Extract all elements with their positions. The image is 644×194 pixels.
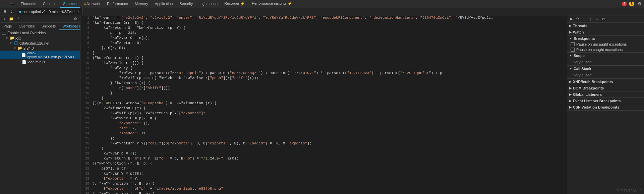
tree-item-file1[interactable]: 📄 core-optimi.v2.24.0.min.js%3Fv=1 bbox=[0, 51, 80, 59]
file-tab-active[interactable]: core-optimi.v2...0.min.js%3Fv=1 × bbox=[16, 8, 83, 15]
line-content[interactable]: ("kw">function (r, E) { bbox=[93, 56, 567, 61]
line-content[interactable]: } bbox=[93, 146, 567, 151]
line-number: 26 bbox=[80, 141, 93, 146]
code-line: 1"kw">var n = ["v2v2v2v2", "v2v1v2v2", "… bbox=[80, 15, 567, 20]
line-content[interactable]: "kw">try { bbox=[93, 66, 567, 71]
line-content[interactable]: "kw">if (p[Y]) "kw">return p[Y]["exports… bbox=[93, 111, 567, 116]
tab-application[interactable]: Application bbox=[152, 0, 176, 8]
line-content[interactable]: "kw">var p = {}; bbox=[93, 151, 567, 156]
line-content[interactable]: }, G(r, E); bbox=[93, 46, 567, 51]
toggle-sidebar-btn[interactable]: ⊞ bbox=[2, 9, 7, 14]
line-content[interactable]: "kw">var O = n[p]; bbox=[93, 36, 567, 41]
breakpoints-header[interactable]: ▼ Breakpoints bbox=[567, 36, 644, 42]
line-content[interactable]: } bbox=[93, 91, 567, 96]
line-content[interactable]: "kw">return O; bbox=[93, 41, 567, 46]
line-content[interactable]: }, "kw">function (r, E, p) { bbox=[93, 181, 567, 186]
callstack-header[interactable]: ▼ Call Stack bbox=[567, 66, 644, 72]
tree-item-xxx[interactable]: ▼ 📁 xxx bbox=[0, 36, 80, 41]
code-editor[interactable]: 1"kw">var n = ["v2v2v2v2", "v2v1v2v2", "… bbox=[80, 15, 567, 194]
tab-console[interactable]: Console bbox=[40, 0, 60, 8]
code-line: 11 "kw">try { bbox=[80, 66, 567, 71]
file-tab-close[interactable]: × bbox=[78, 10, 80, 13]
tab-perf-insights[interactable]: Performance insights ⚡ bbox=[248, 0, 295, 8]
line-content[interactable]: "kw">function G(r, E) { bbox=[93, 20, 567, 25]
line-content[interactable]: r["push"](r["shift"]()); bbox=[93, 86, 567, 91]
tab-elements[interactable]: Elements bbox=[17, 0, 40, 8]
tab-security[interactable]: Security bbox=[176, 0, 196, 8]
tree-item-version[interactable]: ▼ 📂 2.24.0 bbox=[0, 46, 80, 51]
tab-performance[interactable]: Performance bbox=[104, 0, 131, 8]
line-number: 17 bbox=[80, 96, 93, 101]
line-content[interactable]: "kw">return G = "kw">function (p, Y) { bbox=[93, 25, 567, 30]
step-out-btn[interactable]: ↑ bbox=[588, 16, 593, 22]
new-file-btn[interactable]: + bbox=[2, 16, 7, 22]
line-content[interactable]: "kw">return E["m"] = r, E["c"] = p, E["p… bbox=[93, 156, 567, 161]
line-number: 10 bbox=[80, 61, 93, 66]
line-content[interactable]: }; bbox=[93, 136, 567, 141]
pause-uncaught-item[interactable]: Pause on uncaught exceptions bbox=[567, 42, 644, 47]
tree-item-domain[interactable]: ▼ 🌐 cstaticdun.126.net bbox=[0, 41, 80, 46]
scope-header[interactable]: ▼ Scope bbox=[567, 53, 644, 59]
line-content[interactable]: "kw">var Y = p(38); bbox=[93, 171, 567, 176]
line-content[interactable]: "kw">return r[Y]["call"](O["exports"], O… bbox=[93, 141, 567, 146]
settings-icon[interactable]: ⚙ bbox=[637, 1, 643, 7]
tree-arrow-version: ▼ bbox=[13, 47, 17, 50]
sidebar-tab-overrides[interactable]: Overrides bbox=[15, 23, 38, 30]
watch-header[interactable]: ▶ Watch bbox=[567, 29, 644, 35]
tab-recorder[interactable]: Recorder ⚡ bbox=[221, 0, 248, 8]
line-content[interactable]: r["exports"] = Y; bbox=[93, 176, 567, 181]
more-options-btn[interactable]: ⋮ bbox=[9, 9, 14, 14]
line-content[interactable]: r["exports"] = p["p"] + "images/icon_lig… bbox=[93, 186, 567, 191]
sidebar-settings-btn[interactable]: ⚙ bbox=[73, 16, 78, 22]
line-content[interactable]: "kw">function E(Y) { bbox=[93, 106, 567, 111]
line-content[interactable]: } bbox=[93, 96, 567, 101]
tree-item-file2[interactable]: 📄 load.min.js bbox=[0, 59, 80, 64]
line-content[interactable]: "kw">var p = -parseInt("564912dJpPiZ") +… bbox=[93, 71, 567, 76]
global-header[interactable]: ▶ Global Listeners bbox=[567, 91, 644, 98]
line-content[interactable]: "loaded": !1 bbox=[93, 131, 567, 136]
inspect-icon[interactable]: ⬚ bbox=[1, 1, 7, 7]
sidebar-tab-snippets[interactable]: Snippets bbox=[38, 23, 59, 30]
tab-lighthouse[interactable]: Lighthouse bbox=[196, 0, 221, 8]
section-xhr: ▶ XHR/fetch Breakpoints bbox=[567, 79, 644, 85]
xhr-header[interactable]: ▶ XHR/fetch Breakpoints bbox=[567, 79, 644, 85]
tab-network[interactable]: ⚠ Network bbox=[80, 0, 104, 8]
tab-memory[interactable]: Memory bbox=[131, 0, 152, 8]
line-content[interactable]: }, "kw">function (r, E, p) { bbox=[93, 191, 567, 194]
line-content[interactable]: "id": Y, bbox=[93, 126, 567, 131]
event-header[interactable]: ▶ Event Listener Breakpoints bbox=[567, 98, 644, 104]
resume-btn[interactable]: ▶ bbox=[569, 16, 574, 22]
line-content[interactable]: "kw">while (!![]) { bbox=[93, 61, 567, 66]
pause-caught-item[interactable]: Pause on caught exceptions bbox=[567, 47, 644, 52]
sidebar-toolbar: + 📁 ⋮ ⚙ bbox=[0, 15, 80, 23]
step-btn[interactable]: → bbox=[594, 16, 599, 22]
line-number: 23 bbox=[80, 126, 93, 131]
sidebar-more-btn[interactable]: ⋮ bbox=[15, 16, 21, 22]
line-content[interactable]: }("kw">function (r, E, p) { bbox=[93, 161, 567, 166]
sidebar-tab-page[interactable]: Page bbox=[0, 23, 15, 30]
line-content[interactable]: } bbox=[93, 51, 567, 56]
new-folder-btn[interactable]: 📁 bbox=[9, 16, 14, 22]
line-content[interactable]: p(57), p(57); bbox=[93, 166, 567, 171]
deactivate-breakpoints-btn[interactable]: ⊘ bbox=[600, 16, 606, 22]
line-content[interactable]: p = p - 218; bbox=[93, 30, 567, 36]
line-content[interactable]: })(n, 458137), window["NECaptcha"] = "kw… bbox=[93, 101, 567, 106]
watch-label: Watch bbox=[573, 30, 584, 34]
line-content[interactable]: "kw">var n = ["v2v2v2v2", "v2v1v2v2", "e… bbox=[93, 15, 567, 20]
pause-caught-checkbox[interactable] bbox=[571, 48, 575, 52]
tab-sources[interactable]: Sources bbox=[60, 0, 80, 8]
enable-overrides-checkbox[interactable] bbox=[2, 31, 6, 35]
device-icon[interactable]: 📱 bbox=[9, 1, 15, 7]
line-content[interactable]: "exports": {}, bbox=[93, 121, 567, 126]
line-content[interactable]: "kw">var O = p[Y] = { bbox=[93, 116, 567, 121]
threads-header[interactable]: ▶ Threads bbox=[567, 23, 644, 29]
dom-header[interactable]: ▶ DOM Breakpoints bbox=[567, 85, 644, 91]
pause-uncaught-checkbox[interactable] bbox=[571, 42, 575, 46]
line-content[interactable]: } "kw">catch (Y) { bbox=[93, 81, 567, 86]
csp-header[interactable]: ▶ CSP Violation Breakpoints bbox=[567, 104, 644, 110]
step-into-btn[interactable]: ↓ bbox=[581, 16, 587, 22]
code-line: 13 "kw">if (p === E) "kw">break;"kw">els… bbox=[80, 76, 567, 81]
enable-overrides-option[interactable]: Enable Local Overrides bbox=[0, 30, 80, 36]
step-over-btn[interactable]: ↷ bbox=[575, 16, 580, 22]
line-content[interactable]: "kw">if (p === E) "kw">break;"kw">else r… bbox=[93, 76, 567, 81]
